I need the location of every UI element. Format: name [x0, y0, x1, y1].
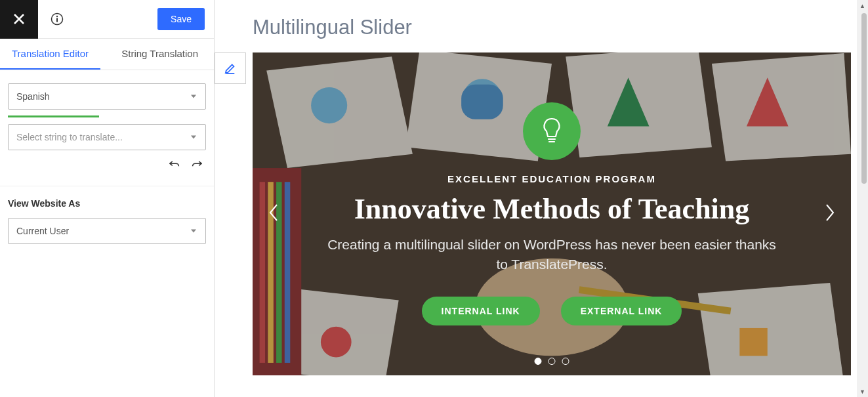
slider-dot-1[interactable]: [535, 358, 542, 365]
view-as-value: Current User: [16, 226, 69, 236]
slider-prev-button[interactable]: [260, 196, 287, 232]
vertical-scrollbar[interactable]: ▲ ▼: [857, 0, 868, 397]
slide-subcopy: Creating a multilingual slider on WordPr…: [322, 235, 781, 275]
slide-headline: Innovative Methods of Teaching: [354, 192, 750, 226]
slider-dots: [535, 358, 569, 365]
preview-pane: Multilingual Slider: [215, 0, 868, 397]
lightbulb-icon: [540, 117, 564, 146]
tab-string-translation[interactable]: String Translation: [110, 39, 214, 70]
save-button[interactable]: Save: [157, 8, 205, 30]
slider-next-button[interactable]: [817, 196, 843, 232]
external-link-button[interactable]: EXTERNAL LINK: [561, 297, 682, 325]
tab-translation-editor[interactable]: Translation Editor: [0, 39, 100, 70]
undo-button[interactable]: [169, 159, 180, 171]
info-button[interactable]: [38, 0, 76, 39]
redo-icon: [192, 159, 202, 169]
language-select[interactable]: Spanish: [8, 83, 206, 110]
view-as-label: View Website As: [0, 186, 214, 218]
slider: EXCELLENT EDUCATION PROGRAM Innovative M…: [253, 52, 851, 375]
translation-sidebar: Save Translation Editor String Translati…: [0, 0, 215, 397]
slider-dot-3[interactable]: [562, 358, 569, 365]
close-icon: [13, 13, 25, 25]
scroll-thumb[interactable]: [861, 13, 867, 184]
chevron-right-icon: [825, 203, 835, 222]
internal-link-button[interactable]: INTERNAL LINK: [422, 297, 540, 325]
undo-redo-row: [8, 157, 206, 178]
slide-buttons: INTERNAL LINK EXTERNAL LINK: [422, 297, 682, 325]
string-select[interactable]: Select string to translate...: [8, 124, 206, 150]
string-select-placeholder: Select string to translate...: [16, 132, 123, 142]
sidebar-topbar: Save: [0, 0, 214, 39]
close-button[interactable]: [0, 0, 38, 39]
tabs: Translation Editor String Translation: [0, 39, 214, 70]
view-as-panel: Current User: [0, 218, 214, 259]
undo-icon: [169, 159, 180, 169]
scroll-up-arrow[interactable]: ▲: [857, 0, 868, 11]
slider-dot-2[interactable]: [548, 358, 556, 365]
view-as-select[interactable]: Current User: [8, 218, 206, 244]
slide-icon-circle: [523, 102, 581, 160]
slide-eyebrow: EXCELLENT EDUCATION PROGRAM: [447, 173, 656, 184]
info-icon: [51, 12, 64, 26]
language-select-value: Spanish: [16, 91, 50, 102]
editor-panel: Spanish Select string to translate...: [0, 70, 214, 186]
slide-content: EXCELLENT EDUCATION PROGRAM Innovative M…: [253, 52, 851, 375]
svg-rect-2: [56, 18, 58, 22]
page-title: Multilingual Slider: [253, 0, 851, 52]
language-progress-bar: [8, 115, 99, 117]
svg-point-1: [56, 16, 58, 17]
redo-button[interactable]: [192, 159, 202, 171]
scroll-down-arrow[interactable]: ▼: [857, 386, 868, 397]
chevron-left-icon: [268, 203, 279, 222]
